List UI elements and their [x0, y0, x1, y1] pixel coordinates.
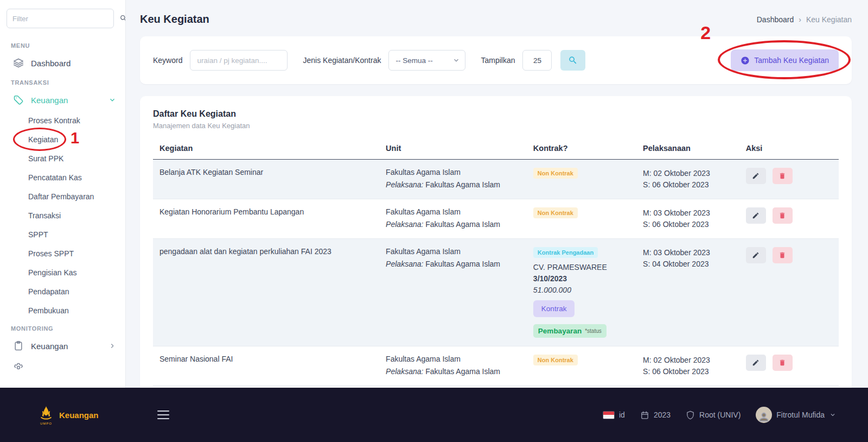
sidebar-item-pengisian-kas[interactable]: Pengisian Kas [0, 263, 125, 282]
user-menu[interactable]: Fitrotul Mufida [756, 407, 837, 423]
clipboard-icon [13, 340, 24, 351]
sidebar-item-kegiatan[interactable]: Kegiatan 1 [0, 130, 125, 149]
pelaksana-name: Fakultas Agama Islam [425, 220, 500, 229]
brand[interactable]: UMPO Keuangan [38, 405, 99, 425]
sidebar-search-icon[interactable] [119, 14, 126, 23]
edit-button[interactable] [746, 168, 766, 184]
sidebar-item-keuangan-monitoring[interactable]: Keuangan [0, 335, 125, 357]
sidebar-item-dashboard[interactable]: Dashboard [0, 52, 125, 74]
hamburger-menu-icon[interactable] [157, 411, 169, 420]
brand-label: Keuangan [59, 411, 99, 420]
sidebar-item-sppt[interactable]: SPPT [0, 225, 125, 244]
sidebar-item-daftar-pembayaran[interactable]: Daftar Pembayaran [0, 187, 125, 206]
sidebar: MENU Dashboard TRANSAKSI Keuangan Proses… [0, 0, 126, 388]
chevron-down-icon [108, 96, 117, 104]
avatar [756, 407, 772, 423]
year-selector[interactable]: 2023 [640, 411, 671, 420]
pencil-icon [752, 359, 760, 367]
edit-button[interactable] [746, 207, 766, 224]
language-switcher[interactable]: id [603, 411, 625, 419]
breadcrumb-current: Keu Kegiatan [806, 15, 852, 24]
pembayaran-label: Pembayaran [538, 327, 582, 335]
trash-icon [778, 359, 786, 367]
trash-icon [778, 212, 786, 219]
pencil-icon [752, 251, 760, 259]
jenis-select-value: -- Semua -- [395, 56, 432, 65]
breadcrumb-dashboard[interactable]: Dashboard [757, 15, 794, 24]
jenis-select[interactable]: -- Semua -- [388, 50, 465, 71]
sidebar-filter-input[interactable] [7, 9, 114, 28]
breadcrumb: Dashboard › Keu Kegiatan [757, 15, 852, 24]
pelaksana-label: Pelaksana: [386, 220, 423, 229]
cell-kegiatan: Belanja ATK Kegiatan Seminar [153, 160, 379, 199]
sidebar-item-surat-ppk[interactable]: Surat PPK [0, 149, 125, 168]
sidebar-item-keuangan[interactable]: Keuangan [0, 89, 125, 111]
sidebar-item-pendapatan[interactable]: Pendapatan [0, 282, 125, 301]
tag-icon [13, 94, 24, 105]
vendor-name: CV. PRAMESWAREE [533, 263, 630, 271]
pelaksana-label: Pelaksana: [386, 367, 423, 376]
gear-icon [13, 362, 24, 373]
tambah-keu-kegiatan-button[interactable]: Tambah Keu Kegiatan [731, 49, 839, 71]
table-row: Belanja ATK Kegiatan Seminar Fakultas Ag… [153, 160, 839, 199]
dashboard-icon [13, 58, 24, 68]
sidebar-section-transaksi: TRANSAKSI [0, 74, 125, 89]
unit-name: Fakultas Agama Islam [386, 168, 520, 176]
tanggal-selesai: S: 06 Oktober 2023 [643, 366, 733, 377]
brand-sub-label: UMPO [40, 422, 52, 425]
nilai-kontrak: 51.000.000 [533, 286, 630, 294]
delete-button[interactable] [773, 168, 793, 184]
delete-button[interactable] [773, 355, 793, 371]
page-title: Keu Kegiatan [140, 13, 209, 26]
sidebar-item-pencatatan-kas[interactable]: Pencatatan Kas [0, 168, 125, 187]
sidebar-item-pembukuan[interactable]: Pembukuan [0, 301, 125, 320]
pembayaran-badge: Pembayaran *status [533, 324, 607, 338]
search-button[interactable] [560, 50, 585, 71]
delete-button[interactable] [773, 247, 793, 263]
pelaksana-name: Fakultas Agama Islam [425, 180, 500, 189]
sidebar-item-label: Dashboard [31, 59, 71, 68]
bottom-bar: UMPO Keuangan id 2023 Root (UNIV) F [0, 388, 868, 442]
status-badge: Kontrak Pengadaan [533, 247, 598, 258]
sidebar-item-label: Keuangan [31, 96, 68, 105]
col-unit: Unit [379, 137, 527, 160]
cell-pelaksanaan: M: 02 Oktober 2023 S: 06 Oktober 2023 [636, 160, 739, 199]
col-pelaksanaan: Pelaksanaan [636, 137, 739, 160]
list-card: Daftar Keu Kegiatan Manajemen data Keu K… [140, 96, 852, 388]
chevron-down-icon [829, 411, 837, 419]
tampilkan-label: Tampilkan [481, 56, 515, 65]
kontrak-button[interactable]: Kontrak [533, 300, 575, 317]
pencil-icon [752, 172, 760, 180]
cell-kontrak: Non Kontrak [527, 346, 636, 386]
role-selector[interactable]: Root (UNIV) [686, 411, 741, 420]
cell-unit: Fakultas Agama Islam Pelaksana: Fakultas… [379, 199, 527, 239]
pelaksana-name: Fakultas Agama Islam [425, 260, 500, 268]
table-row: Kegiatan Honorarium Pembantu Lapangan Fa… [153, 199, 839, 239]
sidebar-item-transaksi[interactable]: Transaksi [0, 206, 125, 225]
brand-logo-icon: UMPO [38, 405, 54, 425]
sidebar-item-proses-kontrak[interactable]: Proses Kontrak [0, 111, 125, 130]
chevron-down-icon [452, 56, 461, 65]
table-header-row: Kegiatan Unit Kontrak? Pelaksanaan Aksi [153, 137, 839, 160]
cell-kegiatan: pengadaan alat dan kegiatan perkuliahan … [153, 239, 379, 346]
keyword-input[interactable] [190, 50, 288, 71]
table-row: Seminar Nasional FAI Fakultas Agama Isla… [153, 346, 839, 386]
col-aksi: Aksi [739, 137, 839, 160]
pelaksana-label: Pelaksana: [386, 180, 423, 189]
unit-name: Fakultas Agama Islam [386, 355, 520, 363]
filter-card: Keyword Jenis Kegiatan/Kontrak -- Semua … [140, 36, 852, 84]
app-window: MENU Dashboard TRANSAKSI Keuangan Proses… [0, 0, 868, 442]
cell-kontrak: Non Kontrak [527, 199, 636, 239]
cell-unit: Fakultas Agama Islam Pelaksana: Fakultas… [379, 346, 527, 386]
edit-button[interactable] [746, 247, 766, 263]
shield-icon [686, 411, 695, 420]
tampilkan-input[interactable] [522, 50, 552, 71]
delete-button[interactable] [773, 207, 793, 224]
tanggal-selesai: S: 06 Oktober 2023 [643, 179, 733, 191]
sidebar-section-monitoring: MONITORING [0, 320, 125, 335]
sidebar-item-proses-sppt[interactable]: Proses SPPT [0, 244, 125, 263]
status-badge: Non Kontrak [533, 168, 578, 179]
sidebar-item-clipped[interactable] [0, 357, 125, 378]
plus-circle-icon [741, 56, 750, 65]
edit-button[interactable] [746, 355, 766, 371]
